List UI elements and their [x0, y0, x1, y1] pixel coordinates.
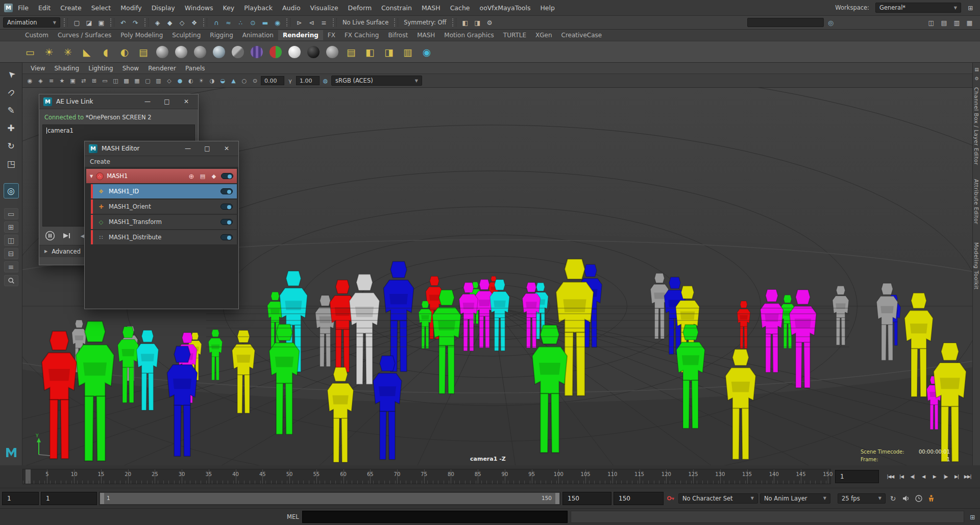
select-camera-icon[interactable]: ◉ — [25, 76, 35, 86]
mel-input-field[interactable] — [302, 511, 568, 523]
exposure-field[interactable]: 0.00 — [261, 76, 284, 85]
sidebar-gear-icon[interactable]: ⚙ — [973, 75, 980, 82]
black-ball-icon[interactable] — [305, 43, 322, 61]
panel-menu-view[interactable]: View — [27, 64, 49, 73]
raise-attribute-editor-icon[interactable]: ▥ — [951, 17, 962, 28]
shelf-tab-sculpting[interactable]: Sculpting — [167, 30, 205, 40]
color-managed-icon[interactable]: ◍ — [321, 76, 330, 86]
animation-start-field[interactable]: 1 — [2, 492, 39, 505]
ipr-icon[interactable]: ◨ — [380, 43, 398, 61]
construction-history-icon[interactable]: ≡ — [318, 17, 329, 28]
select-object-icon[interactable]: ◆ — [164, 17, 175, 28]
ambient-light-icon[interactable]: ◐ — [116, 43, 133, 61]
hypershade-icon[interactable]: ◉ — [418, 43, 435, 61]
use-lights-icon[interactable]: ☀ — [197, 76, 206, 86]
wireframe-icon[interactable]: ◇ — [164, 76, 174, 86]
blinn-ball-icon[interactable] — [173, 43, 190, 61]
shelf-tab-curvessurfaces[interactable]: Curves / Surfaces — [53, 30, 116, 40]
range-inner[interactable] — [100, 493, 559, 504]
menu-oovfxmayatools[interactable]: ooVfxMayaTools — [475, 2, 535, 14]
move-tool-icon[interactable]: ✚ — [4, 120, 19, 136]
close-button[interactable]: ✕ — [219, 143, 234, 154]
node-enable-toggle[interactable] — [220, 188, 233, 194]
send-to-ae-button[interactable] — [61, 230, 72, 241]
pause-button[interactable] — [44, 230, 56, 241]
step-forward-frame-button[interactable]: |▶ — [940, 470, 951, 483]
textured-icon[interactable]: ◐ — [186, 76, 195, 86]
light-editor-icon[interactable]: ▤ — [135, 43, 152, 61]
shadows-icon[interactable]: ◑ — [207, 76, 217, 86]
camera-attributes-icon[interactable]: ≡ — [46, 76, 56, 86]
collapse-triangle-icon[interactable]: ▼ — [90, 174, 93, 179]
open-scene-icon[interactable]: ◪ — [84, 17, 94, 28]
render-frame-icon[interactable]: ◧ — [460, 17, 471, 28]
snap-grid-icon[interactable]: ∩ — [211, 17, 222, 28]
character-set-dropdown[interactable]: No Character Set ▼ — [678, 493, 758, 504]
shelf-tab-xgen[interactable]: XGen — [531, 30, 557, 40]
menu-visualize[interactable]: Visualize — [306, 2, 343, 14]
playback-end-field[interactable]: 150 — [562, 492, 611, 505]
mash-waiter-row[interactable]: ▼ ∴ MASH1 ⊕ ▤ ◆ — [86, 169, 237, 183]
menu-display[interactable]: Display — [147, 2, 180, 14]
menu-help[interactable]: Help — [535, 2, 559, 14]
resolution-gate-icon[interactable]: ◫ — [111, 76, 120, 86]
sidebar-tab-attributeeditor[interactable]: Attribute Editor — [973, 179, 979, 224]
panel-menu-shading[interactable]: Shading — [50, 64, 83, 73]
node-enable-toggle[interactable] — [220, 204, 233, 210]
current-time-marker[interactable] — [26, 469, 31, 484]
select-component-icon[interactable]: ◇ — [177, 17, 187, 28]
go-to-end-button[interactable]: ▶▶| — [962, 470, 973, 483]
lambert-ball-icon[interactable] — [191, 43, 209, 61]
play-backwards-button[interactable]: ◀ — [918, 470, 929, 483]
field-chart-icon[interactable]: ▦ — [132, 76, 142, 86]
persp-outliner-layout-icon[interactable]: ◫ — [4, 235, 18, 246]
batch-render-icon[interactable]: ▥ — [399, 43, 416, 61]
directional-light-icon[interactable]: ☀ — [40, 43, 58, 61]
shelf-tab-bifrost[interactable]: Bifrost — [383, 30, 412, 40]
sidebar-tab-channelboxlayereditor[interactable]: Channel Box / Layer Editor — [973, 87, 979, 165]
waiter-enable-toggle[interactable] — [221, 173, 233, 179]
render-frame-icon[interactable]: ◧ — [361, 43, 379, 61]
film-gate-icon[interactable]: ▭ — [100, 76, 110, 86]
shelf-tab-custom[interactable]: Custom — [20, 30, 53, 40]
volume-light-icon[interactable]: ◖ — [97, 43, 114, 61]
raise-hik-icon[interactable]: ▤ — [939, 17, 949, 28]
bookmark-icon[interactable]: ★ — [57, 76, 67, 86]
isolate-select-icon[interactable]: ⊙ — [250, 76, 260, 86]
ipr-render-icon[interactable]: ◨ — [472, 17, 483, 28]
current-frame-field[interactable]: 1 — [835, 470, 879, 483]
lasso-select-icon[interactable]: ⊃ — [0, 82, 21, 103]
menu-select[interactable]: Select — [87, 2, 116, 14]
paint-select-icon[interactable]: ✎ — [4, 103, 19, 118]
standard-surface-ball-icon[interactable] — [154, 43, 171, 61]
step-back-key-button[interactable]: |◀ — [896, 470, 907, 483]
pan-zoom-icon[interactable]: ⇄ — [79, 76, 88, 86]
redo-icon[interactable]: ↷ — [130, 17, 141, 28]
image-plane-icon[interactable]: ▣ — [68, 76, 78, 86]
snap-projected-center-icon[interactable]: ⊙ — [248, 17, 258, 28]
mute-speaker-icon[interactable] — [900, 493, 911, 504]
workspace-options-icon[interactable]: ⊞ — [965, 3, 976, 13]
mel-toggle[interactable]: MEL — [287, 513, 299, 520]
mash-node-row-mash1_orient[interactable]: ✚MASH1_Orient — [91, 199, 237, 214]
screen-space-ao-icon[interactable]: ◒ — [218, 76, 228, 86]
gray-ball-icon[interactable] — [324, 43, 341, 61]
raise-channel-box-icon[interactable]: ▦ — [964, 17, 975, 28]
hik-character-icon[interactable] — [926, 493, 937, 504]
undo-icon[interactable]: ↶ — [118, 17, 129, 28]
animation-end-field[interactable]: 150 — [614, 492, 664, 505]
smooth-shade-icon[interactable]: ● — [175, 76, 185, 86]
menu-constrain[interactable]: Constrain — [377, 2, 416, 14]
menu-edit[interactable]: Edit — [34, 2, 55, 14]
anti-alias-icon[interactable]: ▲ — [229, 76, 238, 86]
maximize-button[interactable]: □ — [159, 96, 175, 107]
fps-dropdown[interactable]: 25 fps ▼ — [838, 493, 886, 504]
snap-curve-icon[interactable]: ≈ — [223, 17, 234, 28]
list-item-camera1[interactable]: camera1 — [43, 125, 194, 136]
ae-titlebar[interactable]: M AE Live Link — □ ✕ — [39, 94, 198, 109]
point-light-icon[interactable]: ✳ — [59, 43, 77, 61]
input-connections-icon[interactable]: ⊳ — [294, 17, 305, 28]
step-back-frame-button[interactable]: ◀| — [907, 470, 918, 483]
snap-view-plane-icon[interactable]: ▬ — [260, 17, 271, 28]
shelf-tab-fxcaching[interactable]: FX Caching — [340, 30, 383, 40]
